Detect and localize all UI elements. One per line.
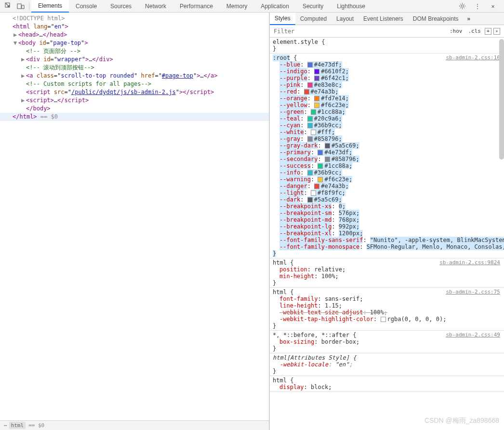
styles-sub-tabs: StylesComputedLayoutEvent ListenersDOM B… — [270, 13, 504, 25]
color-swatch[interactable] — [307, 123, 313, 128]
breadcrumb[interactable]: ⋯ html == $0 — [0, 420, 269, 430]
color-swatch[interactable] — [314, 103, 319, 108]
dom-node[interactable]: <script src="/public/dydqt/js/sb-admin-2… — [0, 88, 269, 96]
dom-node[interactable]: ▶<a class="scroll-to-top rounded" href="… — [0, 72, 269, 80]
cls-toggle[interactable]: .cls — [466, 27, 483, 35]
source-link[interactable]: sb-admin-2.css:75 — [446, 289, 500, 296]
device-toggle-icon[interactable] — [14, 0, 27, 12]
css-rule[interactable]: sb-admin-2.css:16:root {--blue: #4e73df;… — [270, 54, 504, 258]
source-link[interactable]: sb-admin-2.css:49 — [446, 332, 500, 338]
dom-node[interactable]: <!-- Custom scripts for all pages--> — [0, 80, 269, 88]
color-swatch[interactable] — [318, 177, 323, 182]
css-rule[interactable]: sb-admin-2.css:49*, *::before, *::after … — [270, 331, 504, 353]
color-swatch[interactable] — [311, 130, 316, 135]
close-icon[interactable]: ✕ — [487, 0, 499, 12]
tab-security[interactable]: Security — [296, 0, 330, 13]
color-swatch[interactable] — [318, 150, 323, 155]
tab-memory[interactable]: Memory — [220, 0, 254, 13]
color-swatch[interactable] — [314, 76, 319, 81]
expand-arrow-icon[interactable]: ▼ — [13, 39, 18, 47]
styles-rules[interactable]: element.style {}sb-admin-2.css:16:root {… — [270, 38, 504, 430]
tab-lighthouse[interactable]: Lighthouse — [330, 0, 372, 13]
styles-filter-input[interactable] — [270, 28, 444, 35]
styles-pane: StylesComputedLayoutEvent ListenersDOM B… — [269, 13, 504, 430]
color-swatch[interactable] — [307, 62, 313, 67]
color-swatch[interactable] — [325, 143, 330, 148]
selected-node-ref: == $0 — [28, 422, 44, 429]
color-swatch[interactable] — [307, 170, 313, 175]
svg-rect-5 — [496, 31, 497, 32]
expand-arrow-icon[interactable]: ▶ — [21, 55, 26, 64]
tab-application[interactable]: Application — [254, 0, 296, 13]
source-link[interactable]: sb-admin-2.css:9824 — [439, 259, 500, 266]
dom-node[interactable]: ▶<script>…</script> — [0, 96, 269, 105]
color-swatch[interactable] — [311, 109, 316, 115]
dom-node[interactable]: ▶<div id="wrapper">…</div> — [0, 55, 269, 64]
dom-node[interactable]: <!DOCTYPE html> — [0, 14, 269, 23]
sub-tabs-overflow-icon[interactable]: » — [464, 15, 475, 22]
sub-tab-dom-breakpoints[interactable]: DOM Breakpoints — [408, 13, 464, 25]
inspect-icon[interactable] — [2, 0, 14, 12]
dom-node[interactable]: </html> == $0 — [0, 113, 269, 121]
color-swatch[interactable] — [304, 89, 309, 94]
tab-sources[interactable]: Sources — [104, 0, 138, 13]
dom-node[interactable]: ▶<head>…</head> — [0, 31, 269, 39]
scrollbar[interactable] — [499, 39, 504, 160]
color-swatch[interactable] — [314, 69, 319, 74]
tab-elements[interactable]: Elements — [31, 0, 69, 13]
color-swatch[interactable] — [325, 157, 330, 162]
sub-tab-event-listeners[interactable]: Event Listeners — [358, 13, 408, 25]
hov-toggle[interactable]: :hov — [448, 27, 464, 35]
styles-filter-bar: :hov .cls + — [270, 25, 504, 38]
color-swatch[interactable] — [318, 163, 323, 169]
tab-performance[interactable]: Performance — [173, 0, 220, 13]
color-swatch[interactable] — [381, 317, 386, 322]
dom-node[interactable]: <!-- 页面部分 --> — [0, 47, 269, 55]
color-swatch[interactable] — [307, 82, 313, 88]
breadcrumb-item[interactable]: html — [9, 422, 26, 429]
dom-tree[interactable]: <!DOCTYPE html><html lang="en">▶<head>…<… — [0, 13, 269, 420]
color-swatch[interactable] — [307, 197, 313, 202]
computed-toggle-icon[interactable] — [493, 28, 500, 35]
color-swatch[interactable] — [307, 116, 313, 121]
source-link[interactable]: sb-admin-2.css:16 — [446, 54, 500, 61]
main-tabs: ElementsConsoleSourcesNetworkPerformance… — [31, 0, 456, 13]
gear-icon[interactable] — [456, 0, 468, 12]
svg-rect-1 — [17, 4, 21, 9]
sub-tab-layout[interactable]: Layout — [332, 13, 358, 25]
devtools-toolbar: ElementsConsoleSourcesNetworkPerformance… — [0, 0, 504, 13]
dom-node[interactable]: <!-- 滚动到顶部按钮--> — [0, 64, 269, 72]
breadcrumb-overflow[interactable]: ⋯ — [4, 422, 7, 429]
css-rule[interactable]: element.style {} — [270, 38, 504, 54]
css-rule[interactable]: sb-admin-2.css:75html {font-family: sans… — [270, 288, 504, 331]
svg-point-3 — [461, 5, 464, 7]
expand-arrow-icon[interactable]: ▶ — [13, 31, 18, 39]
expand-arrow-icon[interactable]: ▶ — [21, 96, 26, 105]
color-swatch[interactable] — [311, 190, 316, 196]
elements-pane: <!DOCTYPE html><html lang="en">▶<head>…<… — [0, 13, 269, 430]
sub-tab-styles[interactable]: Styles — [270, 13, 295, 25]
color-swatch[interactable] — [314, 184, 319, 189]
dom-node[interactable]: ▼<body id="page-top"> — [0, 39, 269, 47]
new-style-rule-icon[interactable]: + — [485, 28, 491, 35]
svg-rect-2 — [22, 5, 24, 9]
dom-node[interactable]: <html lang="en"> — [0, 23, 269, 31]
tab-console[interactable]: Console — [69, 0, 104, 13]
css-rule[interactable]: sb-admin-2.css:9824html {position: relat… — [270, 258, 504, 288]
color-swatch[interactable] — [307, 136, 313, 142]
expand-arrow-icon[interactable]: ▶ — [21, 72, 26, 80]
svg-rect-4 — [496, 30, 497, 32]
css-rule[interactable]: html[Attributes Style] {-webkit-locale: … — [270, 353, 504, 376]
tab-network[interactable]: Network — [138, 0, 173, 13]
color-swatch[interactable] — [314, 96, 319, 101]
dom-node[interactable]: </body> — [0, 105, 269, 113]
sub-tab-computed[interactable]: Computed — [295, 13, 332, 25]
css-rule[interactable]: html {display: block; — [270, 376, 504, 392]
kebab-menu-icon[interactable]: ⋮ — [471, 0, 484, 12]
